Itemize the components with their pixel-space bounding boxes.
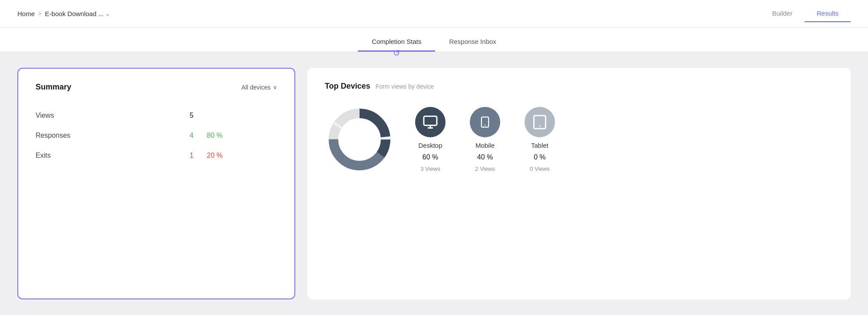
stat-value-views: 5	[190, 106, 207, 126]
breadcrumb-home[interactable]: Home	[17, 10, 35, 17]
stat-pct-exits: 20 %	[207, 146, 277, 166]
breadcrumb-chevron-icon: ⌄	[106, 11, 110, 17]
svg-point-11	[539, 126, 541, 127]
device-item-desktop: Desktop 60 % 3 Views	[415, 107, 446, 172]
tablet-icon	[532, 114, 548, 130]
mobile-name: Mobile	[475, 142, 495, 149]
stat-value-exits: 1	[190, 146, 207, 166]
sub-tab-completion-stats[interactable]: Completion Stats ↺	[358, 32, 435, 52]
mobile-views: 2 Views	[475, 166, 495, 172]
tab-builder[interactable]: Builder	[760, 5, 805, 22]
device-filter-dropdown[interactable]: All devices ∨	[241, 84, 277, 91]
mobile-pct: 40 %	[477, 153, 493, 161]
stat-value-responses: 4	[190, 126, 207, 146]
desktop-pct: 60 %	[422, 153, 438, 161]
tablet-name: Tablet	[531, 142, 548, 149]
desktop-icon-circle	[415, 107, 446, 137]
sub-tab-response-inbox[interactable]: Response Inbox	[435, 32, 510, 52]
devices-title: Top Devices	[325, 82, 370, 91]
header: Home > E-book Download ... ⌄ Builder Res…	[0, 0, 868, 28]
desktop-name: Desktop	[418, 142, 442, 149]
mobile-icon	[479, 114, 491, 130]
device-filter-chevron-icon: ∨	[273, 84, 277, 90]
breadcrumb-current[interactable]: E-book Download ... ⌄	[45, 10, 110, 17]
stat-pct-responses: 80 %	[207, 126, 277, 146]
summary-card-header: Summary All devices ∨	[36, 83, 277, 92]
stats-table: Views 5 Responses 4 80 % Exits 1 20 %	[36, 106, 277, 166]
tablet-pct: 0 %	[534, 153, 546, 161]
tablet-views: 0 Views	[530, 166, 549, 172]
breadcrumb: Home > E-book Download ... ⌄	[17, 10, 110, 17]
devices-content: Desktop 60 % 3 Views Mobile 40 % 2 Views	[325, 105, 833, 174]
sub-tabs-bar: Completion Stats ↺ Response Inbox	[0, 28, 868, 52]
desktop-views: 3 Views	[420, 166, 440, 172]
stat-label-responses: Responses	[36, 126, 190, 146]
donut-svg	[325, 105, 394, 174]
stat-label-views: Views	[36, 106, 190, 126]
stat-label-exits: Exits	[36, 146, 190, 166]
svg-rect-5	[424, 116, 437, 126]
summary-title: Summary	[36, 83, 71, 92]
stats-row-views: Views 5	[36, 106, 277, 126]
donut-chart	[325, 105, 394, 174]
sub-tab-arrow-icon: ↺	[393, 48, 400, 58]
stats-row-responses: Responses 4 80 %	[36, 126, 277, 146]
device-item-tablet: Tablet 0 % 0 Views	[525, 107, 555, 172]
devices-card-header: Top Devices Form views by device	[325, 82, 833, 91]
main-content: Summary All devices ∨ Views 5 Responses …	[0, 52, 868, 315]
devices-subtitle: Form views by device	[376, 83, 434, 90]
devices-card: Top Devices Form views by device	[307, 68, 851, 299]
mobile-icon-circle	[470, 107, 500, 137]
svg-point-9	[485, 125, 485, 126]
tablet-icon-circle	[525, 107, 555, 137]
device-list: Desktop 60 % 3 Views Mobile 40 % 2 Views	[415, 107, 555, 172]
summary-card: Summary All devices ∨ Views 5 Responses …	[17, 68, 295, 299]
tab-results[interactable]: Results	[805, 5, 851, 22]
breadcrumb-separator: >	[38, 10, 42, 17]
main-tab-nav: Builder Results	[760, 5, 851, 22]
stats-row-exits: Exits 1 20 %	[36, 146, 277, 166]
desktop-icon	[422, 114, 438, 130]
device-item-mobile: Mobile 40 % 2 Views	[470, 107, 500, 172]
